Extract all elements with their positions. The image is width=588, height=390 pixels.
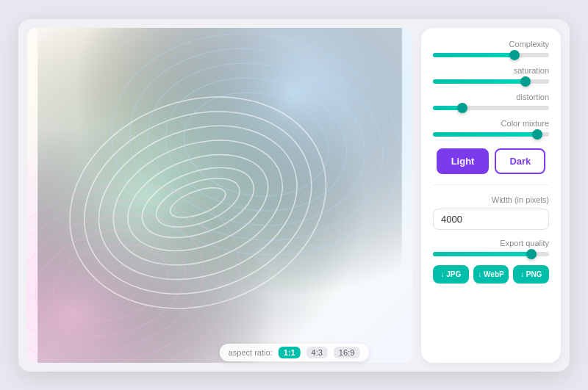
export-webp-button[interactable]: ↓ WebP: [473, 265, 509, 284]
export-png-button[interactable]: ↓ PNG: [513, 265, 549, 284]
width-label: Width (in pixels): [433, 195, 549, 204]
main-container: Complexity saturation distortion Color: [18, 19, 570, 372]
swirl-overlay: [27, 28, 412, 363]
theme-buttons: Light Dark: [433, 148, 549, 174]
complexity-fill: [433, 53, 514, 57]
export-quality-thumb[interactable]: [526, 249, 537, 259]
aspect-ratio-label: aspect ratio:: [229, 348, 273, 357]
export-quality-fill: [433, 252, 531, 256]
aspect-ratio-current[interactable]: 1:1: [279, 347, 301, 358]
distortion-slider[interactable]: [433, 106, 549, 110]
export-buttons: ↓ JPG ↓ WebP ↓ PNG: [433, 265, 549, 284]
saturation-label: saturation: [433, 66, 549, 75]
aspect-ratio-bar: aspect ratio: 1:1 4:3 16:9: [220, 344, 369, 361]
saturation-group: saturation: [433, 66, 549, 84]
distortion-label: distortion: [433, 93, 549, 101]
export-quality-label: Export quality: [433, 239, 549, 248]
canvas-area: [27, 28, 412, 363]
color-mixture-slider[interactable]: [433, 132, 549, 137]
export-quality-group: Export quality: [433, 239, 549, 256]
complexity-group: Complexity: [433, 40, 549, 57]
aspect-ratio-option-2[interactable]: 16:9: [334, 347, 359, 358]
color-mixture-thumb[interactable]: [532, 129, 542, 140]
dark-theme-button[interactable]: Dark: [495, 148, 545, 174]
color-mixture-label: Color mixture: [433, 119, 549, 128]
aspect-ratio-option-1[interactable]: 4:3: [306, 347, 328, 358]
color-mixture-fill: [433, 132, 537, 137]
export-quality-slider[interactable]: [433, 252, 549, 256]
saturation-fill: [433, 79, 526, 84]
width-input[interactable]: [433, 209, 549, 230]
saturation-thumb[interactable]: [520, 76, 531, 87]
saturation-slider[interactable]: [433, 79, 549, 84]
light-theme-button[interactable]: Light: [437, 148, 490, 174]
distortion-thumb[interactable]: [457, 103, 467, 113]
controls-panel: Complexity saturation distortion Color: [421, 28, 561, 363]
export-jpg-button[interactable]: ↓ JPG: [433, 265, 469, 284]
distortion-group: distortion: [433, 93, 549, 110]
complexity-thumb[interactable]: [509, 50, 520, 60]
complexity-slider[interactable]: [433, 53, 549, 57]
color-mixture-group: Color mixture: [433, 119, 549, 137]
complexity-label: Complexity: [433, 40, 549, 48]
width-group: Width (in pixels): [433, 195, 549, 230]
divider: [433, 184, 549, 185]
